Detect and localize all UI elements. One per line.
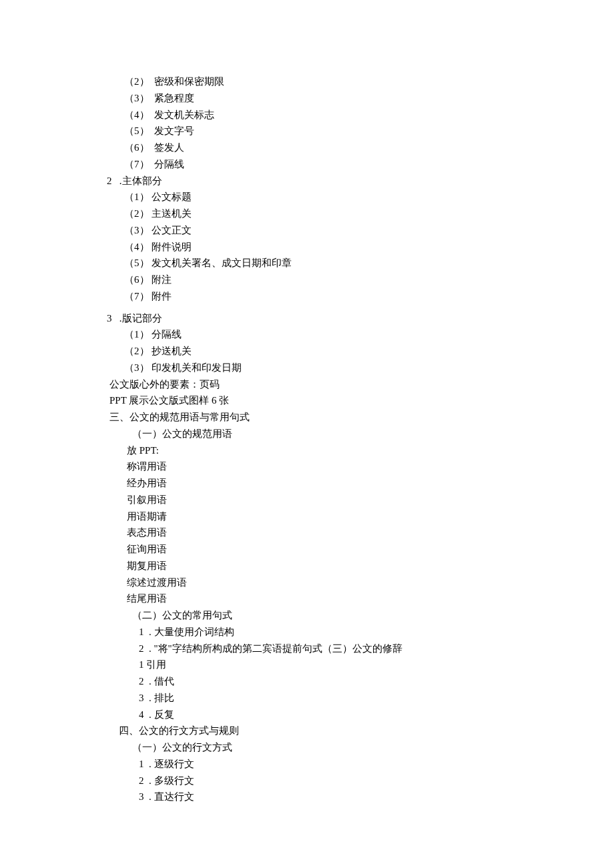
text-line: 用语期请 xyxy=(0,508,614,525)
text-line: （4） 附件说明 xyxy=(0,239,614,256)
text-line: （7） 分隔线 xyxy=(0,156,614,173)
text-line: 1 引用 xyxy=(0,657,614,673)
text-line: （一）公文的行文方式 xyxy=(0,739,614,756)
text-line: （2） 密级和保密期限 xyxy=(0,73,614,90)
text-line: （1） 分隔线 xyxy=(0,326,614,343)
text-line: 1 . 大量使用介词结构 xyxy=(0,624,614,640)
text-line: 3 .版记部分 xyxy=(0,310,614,327)
text-line: （4） 发文机关标志 xyxy=(0,107,614,123)
text-line: 放 PPT: xyxy=(0,442,614,459)
text-line: 2 . 多级行文 xyxy=(0,773,614,789)
text-line: 经办用语 xyxy=(0,475,614,492)
text-line: 结尾用语 xyxy=(0,590,614,607)
text-line: （2） 主送机关 xyxy=(0,205,614,222)
text-line: （7） 附件 xyxy=(0,288,614,305)
text-line: （1） 公文标题 xyxy=(0,189,614,205)
text-line: 四、公文的行文方式与规则 xyxy=(0,723,614,739)
text-line: （6） 签发人 xyxy=(0,139,614,156)
text-line: （3） 公文正文 xyxy=(0,222,614,239)
text-line: 2 . "将"字结构所构成的第二宾语提前句式（三）公文的修辞 xyxy=(0,640,614,657)
text-line: 称谓用语 xyxy=(0,458,614,475)
text-line: （3） 印发机关和印发日期 xyxy=(0,360,614,376)
text-line: 3 . 直达行文 xyxy=(0,789,614,805)
text-line: （3） 紧急程度 xyxy=(0,90,614,107)
text-line: （5） 发文机关署名、成文日期和印章 xyxy=(0,255,614,272)
text-line: （二）公文的常用句式 xyxy=(0,607,614,624)
text-line: 表态用语 xyxy=(0,524,614,541)
text-line: （2） 抄送机关 xyxy=(0,343,614,360)
text-line: 期复用语 xyxy=(0,558,614,574)
text-line: 征询用语 xyxy=(0,541,614,558)
text-line: 3 . 排比 xyxy=(0,690,614,707)
text-line: （一）公文的规范用语 xyxy=(0,426,614,442)
document-page: （2） 密级和保密期限（3） 紧急程度（4） 发文机关标志（5） 发文字号（6）… xyxy=(0,0,614,868)
text-line: 2 . 借代 xyxy=(0,673,614,690)
text-line: （6） 附注 xyxy=(0,272,614,288)
text-line: 综述过渡用语 xyxy=(0,574,614,591)
text-line: 1 . 逐级行文 xyxy=(0,756,614,773)
text-line: 引叙用语 xyxy=(0,492,614,508)
text-line: （5） 发文字号 xyxy=(0,123,614,139)
text-line: 公文版心外的要素：页码 xyxy=(0,376,614,393)
text-line: 2 .主体部分 xyxy=(0,173,614,189)
text-line: 三、公文的规范用语与常用句式 xyxy=(0,409,614,426)
text-line: PPT 展示公文版式图样 6 张 xyxy=(0,392,614,409)
text-line: 4 . 反复 xyxy=(0,707,614,723)
